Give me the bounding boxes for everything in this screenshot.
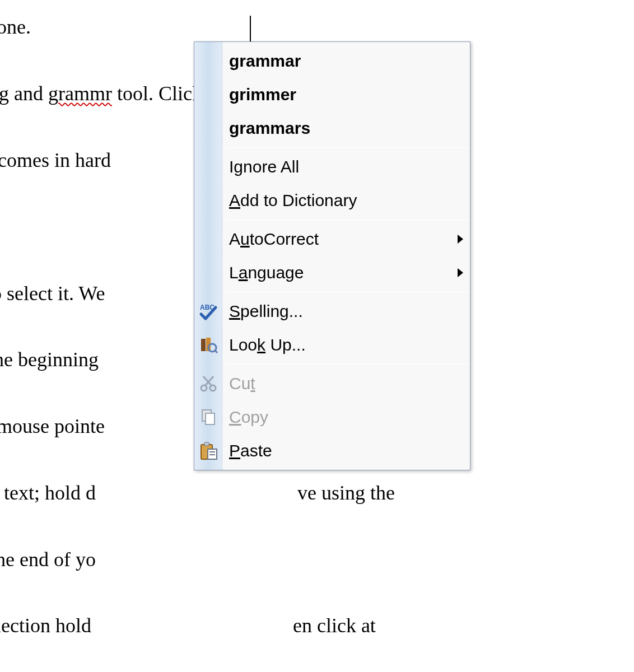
text-line: ach the end of yo (0, 543, 634, 576)
spelling-item[interactable]: ABC Spelling... (194, 295, 470, 328)
menu-separator (226, 147, 470, 148)
svg-line-8 (203, 376, 212, 386)
ignore-all-item[interactable]: Ignore All (194, 150, 470, 184)
add-to-dictionary-item[interactable]: Add to Dictionary (194, 184, 470, 217)
lookup-icon (199, 335, 218, 354)
copy-item: Copy (194, 400, 470, 434)
look-up-item[interactable]: Look Up... (194, 328, 470, 362)
text-line: ct one. (0, 11, 634, 44)
suggestion-grimmer[interactable]: grimmer (194, 78, 470, 111)
spellcheck-icon: ABC (199, 302, 218, 321)
spelling-context-menu: grammar grimmer grammars Ignore All Add … (194, 41, 470, 470)
submenu-arrow-icon (458, 235, 463, 244)
svg-line-4 (215, 351, 217, 353)
svg-rect-10 (206, 413, 215, 424)
text-line: ur selection hold en click at (0, 609, 634, 642)
svg-line-7 (205, 376, 213, 386)
paste-icon (199, 441, 218, 460)
cut-item: Cut (194, 367, 470, 400)
svg-rect-1 (201, 339, 206, 351)
svg-rect-12 (204, 442, 209, 446)
paste-item[interactable]: Paste (194, 434, 470, 468)
suggestion-grammar[interactable]: grammar (194, 44, 470, 78)
text-line: your text; hold d ve using the (0, 477, 634, 510)
menu-separator (226, 292, 470, 292)
menu-separator (226, 364, 470, 365)
scissors-icon (199, 374, 218, 393)
language-item[interactable]: Language (194, 256, 470, 290)
text-cursor (250, 16, 251, 43)
spelling-error[interactable]: grammr (48, 82, 112, 105)
autocorrect-item[interactable]: AutoCorrect (194, 222, 470, 256)
submenu-arrow-icon (458, 268, 463, 277)
suggestion-grammars[interactable]: grammars (194, 111, 470, 145)
menu-separator (226, 220, 470, 220)
copy-icon (199, 408, 218, 427)
